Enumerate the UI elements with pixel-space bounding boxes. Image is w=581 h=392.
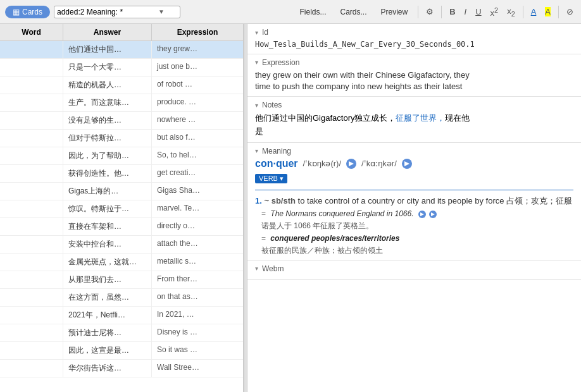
table-row[interactable]: Gigas上海的… Gigas Sha… — [0, 183, 243, 200]
cell-answer: 从那里我们去… — [63, 271, 152, 288]
id-value[interactable]: How_Tesla_Builds_A_New_Car_Every_30_Seco… — [255, 39, 573, 50]
cards-button[interactable]: ▦ Cards — [5, 6, 50, 18]
table-row[interactable]: 预计迪士尼将… Disney is … — [0, 324, 243, 342]
webm-label: Webm — [262, 264, 284, 273]
table-row[interactable]: 但对于特斯拉… but also f… — [0, 130, 243, 147]
eraser-button[interactable]: ⊘ — [564, 6, 576, 18]
bold-button[interactable]: B — [447, 6, 458, 18]
table-row[interactable]: 因此，为了帮助… So, to hel… — [0, 147, 243, 165]
header-expression: Expression — [152, 24, 243, 40]
table-row[interactable]: 安装中控台和… attach the… — [0, 236, 243, 254]
gear-button[interactable]: ⚙ — [423, 6, 436, 18]
expression-value[interactable]: they grew on their own with their Chines… — [255, 70, 573, 92]
cell-answer: 获得创造性。他… — [63, 165, 152, 182]
table-row[interactable]: 只是一个大零… just one b… — [0, 59, 243, 77]
table-row[interactable]: 生产。而这意味… produce. … — [0, 94, 243, 112]
webm-section-header: ▾ Webm — [255, 264, 573, 273]
notes-text2: 现在他 — [445, 113, 470, 123]
font-color-button[interactable]: A — [528, 6, 539, 18]
cell-expression: Disney is … — [152, 324, 243, 341]
svg-marker-0 — [349, 161, 354, 166]
header-word: Word — [0, 24, 63, 40]
highlight-icon: A — [545, 7, 551, 16]
meaning-example-2-cn: 被征服的民族／种族；被占领的领土 — [261, 245, 573, 256]
collapse-arrow-meaning[interactable]: ▾ — [255, 147, 258, 154]
sound-icon-4[interactable] — [429, 211, 437, 218]
example-equals: = — [261, 209, 266, 218]
italic-button[interactable]: I — [462, 6, 470, 18]
cell-word — [0, 130, 63, 147]
search-dropdown-arrow[interactable]: ▼ — [158, 8, 165, 15]
example-equals-2: = — [261, 234, 266, 243]
table-row[interactable]: 在这方面，虽然… on that as… — [0, 289, 243, 307]
cell-expression: So it was … — [152, 342, 243, 359]
svg-marker-2 — [420, 212, 424, 216]
table-row[interactable]: 惊叹。特斯拉于… marvel. Te… — [0, 200, 243, 218]
table-row[interactable]: 获得创造性。他… get creati… — [0, 165, 243, 183]
meaning-phonetic1: /ˈkɒŋkə(r)/ — [303, 159, 341, 168]
tab-fields[interactable]: Fields... — [294, 5, 331, 19]
sound-icon-3[interactable] — [418, 211, 426, 218]
meaning-phonetic2: /ˈkɑːŋkər/ — [361, 159, 397, 168]
tab-cards[interactable]: Cards... — [335, 5, 372, 19]
table-row[interactable]: 从那里我们去… From ther… — [0, 271, 243, 289]
bold-icon: B — [449, 7, 455, 16]
separator-3 — [523, 6, 523, 18]
table-row[interactable]: 因此，这宣是最… So it was … — [0, 342, 243, 360]
cell-answer: 因此，这宣是最… — [63, 342, 152, 359]
example-text-2: conquered peoples/races/territories — [270, 234, 399, 243]
collapse-arrow-notes[interactable]: ▾ — [255, 102, 258, 109]
cell-expression: just one b… — [152, 59, 243, 76]
subscript-icon: x2 — [507, 6, 515, 16]
highlight-button[interactable]: A — [542, 6, 553, 18]
notes-text-plain: 他们通过中国的Gigafactory独立成长， — [255, 113, 396, 123]
meaning-definition-1: 1. ~ sb/sth to take control of a country… — [255, 195, 573, 207]
sound-icon-2[interactable] — [402, 159, 412, 169]
collapse-arrow-expression[interactable]: ▾ — [255, 59, 258, 66]
collapse-arrow-id[interactable]: ▾ — [255, 29, 258, 36]
italic-icon: I — [465, 7, 467, 16]
cell-expression: In 2021, … — [152, 307, 243, 324]
cell-expression: get creati… — [152, 165, 243, 182]
superscript-button[interactable]: x2 — [488, 4, 501, 18]
example-text-1: The Normans conquered England in 1066. — [270, 209, 413, 218]
underline-button[interactable]: U — [473, 6, 484, 18]
cards-icon: ▦ — [13, 8, 20, 16]
id-section: ▾ Id How_Tesla_Builds_A_New_Car_Every_30… — [247, 24, 581, 54]
notes-value[interactable]: 他们通过中国的Gigafactory独立成长，征服了世界，现在他 是 — [255, 112, 573, 138]
cell-word — [0, 324, 63, 341]
meaning-section-header: ▾ Meaning — [255, 147, 573, 156]
cell-answer: 但对于特斯拉… — [63, 130, 152, 147]
cell-word — [0, 218, 63, 235]
table-row[interactable]: 精造的机器人… of robot … — [0, 77, 243, 94]
svg-marker-3 — [431, 212, 435, 216]
cell-word — [0, 360, 63, 377]
right-panel: ▾ Id How_Tesla_Builds_A_New_Car_Every_30… — [247, 24, 581, 392]
cell-answer: 直接在车架和… — [63, 218, 152, 235]
cell-answer: 华尔街告诉这… — [63, 360, 152, 377]
table-row[interactable]: 直接在车架和… directly o… — [0, 218, 243, 236]
cell-answer: 没有足够的生… — [63, 112, 152, 129]
search-input[interactable] — [57, 8, 158, 16]
table-body: 他们通过中国… they grew… 只是一个大零… just one b… 精… — [0, 41, 243, 392]
meaning-word-line: con·quer /ˈkɒŋkə(r)/ /ˈkɑːŋkər/ — [255, 158, 573, 169]
sound-icon-1[interactable] — [346, 159, 356, 169]
tab-preview[interactable]: Preview — [376, 5, 413, 19]
toolbar: ▦ Cards ▼ Fields... Cards... Preview ⚙ B… — [0, 0, 581, 24]
table-row[interactable]: 金属光斑点，这就… metallic s… — [0, 254, 243, 271]
id-section-header: ▾ Id — [255, 28, 573, 37]
cell-word — [0, 41, 63, 58]
table-row[interactable]: 没有足够的生… nowhere … — [0, 112, 243, 130]
cell-expression: directly o… — [152, 218, 243, 235]
eraser-icon: ⊘ — [566, 7, 573, 16]
cell-expression: marvel. Te… — [152, 200, 243, 217]
separator-1 — [418, 6, 418, 18]
table-row[interactable]: 2021年，Netfli… In 2021, … — [0, 307, 243, 324]
search-box[interactable]: ▼ — [54, 6, 180, 18]
table-row[interactable]: 华尔街告诉这… Wall Stree… — [0, 360, 243, 377]
expression-label: Expression — [262, 58, 299, 67]
cell-answer: 惊叹。特斯拉于… — [63, 200, 152, 217]
table-row[interactable]: 他们通过中国… they grew… — [0, 41, 243, 59]
subscript-button[interactable]: x2 — [504, 5, 518, 19]
collapse-arrow-webm[interactable]: ▾ — [255, 265, 258, 272]
